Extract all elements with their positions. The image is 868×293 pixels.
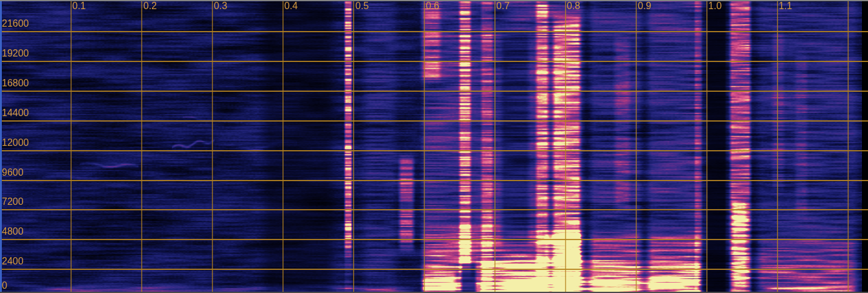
track-selection-left-edge [0,1,2,292]
window-top-edge [0,0,868,1]
spectrogram-track-panel: 0.10.20.30.40.50.60.70.80.91.01.12160019… [0,0,868,293]
spectrogram-canvas[interactable] [0,0,868,293]
